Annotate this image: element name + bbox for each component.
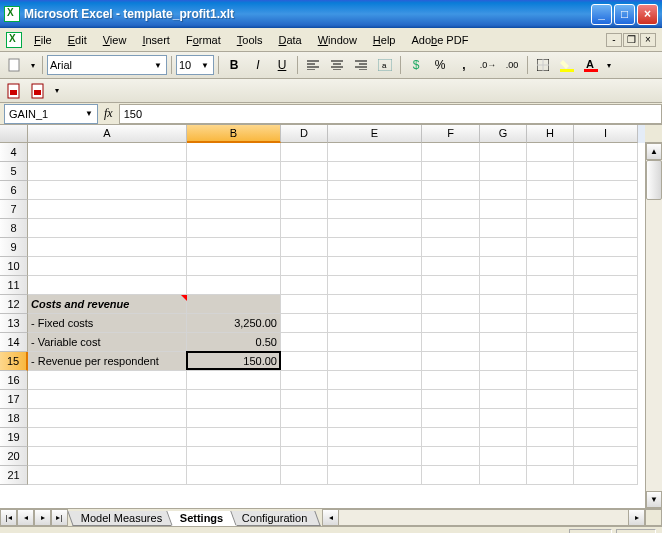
cell-i21[interactable] (574, 466, 638, 485)
cell-h14[interactable] (527, 333, 574, 352)
cell-b16[interactable] (187, 371, 281, 390)
cell-e13[interactable] (328, 314, 422, 333)
cell-f18[interactable] (422, 409, 480, 428)
row-header-4[interactable]: 4 (0, 143, 28, 162)
cell-b7[interactable] (187, 200, 281, 219)
chevron-down-icon[interactable]: ▼ (152, 61, 164, 70)
cell-i17[interactable] (574, 390, 638, 409)
tab-split-handle[interactable] (645, 509, 662, 526)
sheet-tab-settings[interactable]: Settings (167, 511, 238, 526)
row-header-7[interactable]: 7 (0, 200, 28, 219)
cell-d5[interactable] (281, 162, 328, 181)
cell-f5[interactable] (422, 162, 480, 181)
cell-f10[interactable] (422, 257, 480, 276)
formula-input[interactable]: 150 (119, 104, 662, 124)
cell-g4[interactable] (480, 143, 527, 162)
cell-b4[interactable] (187, 143, 281, 162)
cell-g7[interactable] (480, 200, 527, 219)
cell-f4[interactable] (422, 143, 480, 162)
cell-i9[interactable] (574, 238, 638, 257)
cell-i13[interactable] (574, 314, 638, 333)
tab-next-button[interactable]: ▸ (34, 509, 51, 526)
cell-i4[interactable] (574, 143, 638, 162)
menu-tools[interactable]: Tools (229, 31, 271, 49)
cell-e17[interactable] (328, 390, 422, 409)
cell-b19[interactable] (187, 428, 281, 447)
cell-b13[interactable]: 3,250.00 (187, 314, 281, 333)
excel-doc-icon[interactable] (6, 32, 22, 48)
cell-g18[interactable] (480, 409, 527, 428)
cell-e9[interactable] (328, 238, 422, 257)
cell-a21[interactable] (28, 466, 187, 485)
cell-g12[interactable] (480, 295, 527, 314)
cell-h5[interactable] (527, 162, 574, 181)
maximize-button[interactable]: □ (614, 4, 635, 25)
col-header-i[interactable]: I (574, 125, 638, 143)
tab-prev-button[interactable]: ◂ (17, 509, 34, 526)
vertical-scrollbar[interactable]: ▲ ▼ (645, 143, 662, 508)
cell-d7[interactable] (281, 200, 328, 219)
toolbar-options-icon[interactable]: ▾ (28, 54, 38, 76)
doc-minimize-button[interactable]: - (606, 33, 622, 47)
cell-e6[interactable] (328, 181, 422, 200)
cell-a6[interactable] (28, 181, 187, 200)
cells-area[interactable]: Costs and revenue- Fixed costs3,250.00- … (28, 143, 645, 508)
cell-e16[interactable] (328, 371, 422, 390)
row-header-19[interactable]: 19 (0, 428, 28, 447)
cell-e21[interactable] (328, 466, 422, 485)
row-header-9[interactable]: 9 (0, 238, 28, 257)
scroll-thumb[interactable] (646, 160, 662, 200)
tab-last-button[interactable]: ▸| (51, 509, 68, 526)
pdf-email-icon[interactable] (28, 80, 50, 102)
row-header-18[interactable]: 18 (0, 409, 28, 428)
chevron-down-icon[interactable]: ▼ (85, 109, 93, 118)
cell-a19[interactable] (28, 428, 187, 447)
increase-decimal-button[interactable]: .0→ (477, 54, 499, 76)
borders-button[interactable] (532, 54, 554, 76)
toolbar-options-2-icon[interactable]: ▾ (52, 80, 62, 102)
cell-b10[interactable] (187, 257, 281, 276)
cell-i18[interactable] (574, 409, 638, 428)
cell-h21[interactable] (527, 466, 574, 485)
col-header-e[interactable]: E (328, 125, 422, 143)
row-header-6[interactable]: 6 (0, 181, 28, 200)
doc-close-button[interactable]: × (640, 33, 656, 47)
cell-f21[interactable] (422, 466, 480, 485)
cell-h9[interactable] (527, 238, 574, 257)
cell-i5[interactable] (574, 162, 638, 181)
decrease-decimal-button[interactable]: .00 (501, 54, 523, 76)
align-right-button[interactable] (350, 54, 372, 76)
menu-edit[interactable]: Edit (60, 31, 95, 49)
cell-h17[interactable] (527, 390, 574, 409)
scroll-up-button[interactable]: ▲ (646, 143, 662, 160)
font-size-combo[interactable]: 10▼ (176, 55, 214, 75)
col-header-a[interactable]: A (28, 125, 187, 143)
cell-b8[interactable] (187, 219, 281, 238)
cell-i16[interactable] (574, 371, 638, 390)
row-header-11[interactable]: 11 (0, 276, 28, 295)
cell-g20[interactable] (480, 447, 527, 466)
sheet-tab-model-measures[interactable]: Model Measures (67, 511, 176, 526)
cell-i7[interactable] (574, 200, 638, 219)
row-header-12[interactable]: 12 (0, 295, 28, 314)
row-header-8[interactable]: 8 (0, 219, 28, 238)
cell-g9[interactable] (480, 238, 527, 257)
row-header-10[interactable]: 10 (0, 257, 28, 276)
comma-button[interactable]: , (453, 54, 475, 76)
cell-i15[interactable] (574, 352, 638, 371)
cell-b17[interactable] (187, 390, 281, 409)
cell-a8[interactable] (28, 219, 187, 238)
cell-h10[interactable] (527, 257, 574, 276)
cell-g16[interactable] (480, 371, 527, 390)
tab-first-button[interactable]: |◂ (0, 509, 17, 526)
cell-d10[interactable] (281, 257, 328, 276)
cell-f11[interactable] (422, 276, 480, 295)
name-box[interactable]: GAIN_1▼ (4, 104, 98, 124)
cell-h7[interactable] (527, 200, 574, 219)
menu-data[interactable]: Data (270, 31, 309, 49)
row-header-5[interactable]: 5 (0, 162, 28, 181)
cell-h4[interactable] (527, 143, 574, 162)
align-left-button[interactable] (302, 54, 324, 76)
cell-f6[interactable] (422, 181, 480, 200)
cell-d15[interactable] (281, 352, 328, 371)
